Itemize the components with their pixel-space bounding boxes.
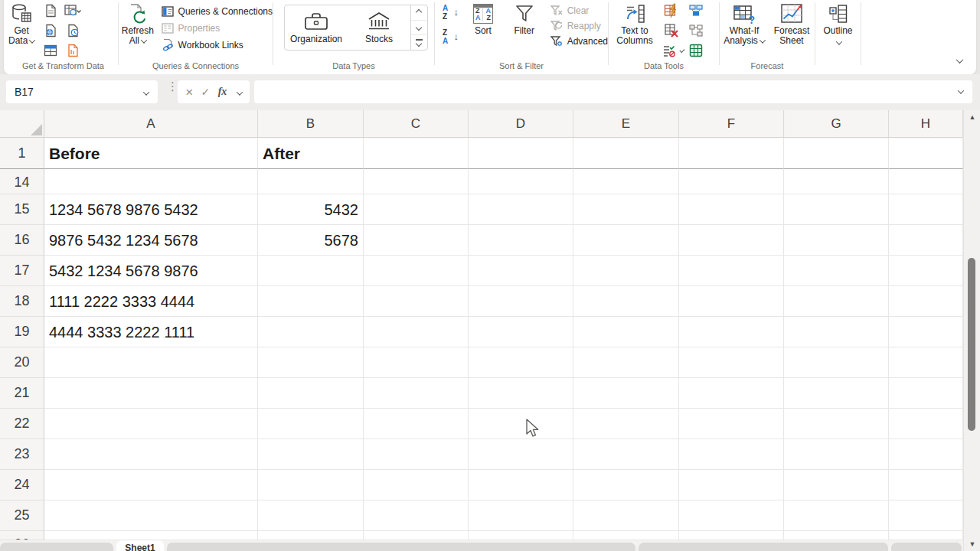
cell-A21[interactable] [44, 378, 258, 409]
cell-B25[interactable] [258, 500, 364, 531]
sort-descending-button[interactable]: ZA↓ [441, 28, 459, 47]
advanced-filter-button[interactable]: Advanced [550, 35, 608, 47]
cell-F15[interactable] [679, 194, 784, 225]
cell-F26[interactable] [679, 531, 784, 540]
filter-button[interactable]: Filter [505, 1, 544, 36]
gallery-scroll-down-button[interactable] [411, 20, 426, 35]
cell-F25[interactable] [679, 500, 784, 531]
cell-G18[interactable] [784, 286, 889, 317]
row-header-16[interactable]: 16 [0, 225, 44, 256]
cell-A23[interactable] [44, 439, 258, 470]
cell-A22[interactable] [44, 409, 258, 439]
cell-G14[interactable] [784, 169, 889, 194]
text-to-columns-button[interactable]: Text to Columns [612, 1, 658, 46]
row-header-25[interactable]: 25 [0, 500, 44, 531]
cell-B22[interactable] [258, 409, 364, 439]
formula-input[interactable] [254, 80, 972, 103]
name-box[interactable]: B17 [6, 80, 158, 103]
forecast-sheet-button[interactable]: Forecast Sheet [771, 1, 812, 46]
cell-G1[interactable] [784, 138, 889, 169]
cell-D21[interactable] [469, 378, 573, 409]
cell-G15[interactable] [784, 194, 889, 225]
cell-H22[interactable] [889, 409, 963, 439]
from-picture-button[interactable] [64, 2, 82, 20]
manage-data-model-button[interactable] [687, 41, 705, 60]
cell-F20[interactable] [679, 347, 784, 378]
cell-C26[interactable] [364, 531, 469, 540]
cell-C15[interactable] [364, 194, 469, 225]
row-header-1[interactable]: 1 [0, 138, 44, 169]
cell-H15[interactable] [889, 194, 963, 225]
col-header-F[interactable]: F [679, 110, 784, 138]
cell-F22[interactable] [679, 409, 784, 439]
tab-bar-pill[interactable] [167, 543, 635, 551]
tab-bar-pill[interactable] [891, 543, 962, 551]
flash-fill-button[interactable] [662, 2, 681, 20]
cell-H1[interactable] [889, 138, 963, 169]
cell-D16[interactable] [469, 225, 573, 256]
gallery-more-button[interactable] [411, 34, 426, 50]
cell-C22[interactable] [364, 409, 469, 439]
cell-E22[interactable] [573, 409, 679, 439]
row-header-22[interactable]: 22 [0, 409, 44, 439]
col-header-C[interactable]: C [364, 110, 469, 138]
cell-F19[interactable] [679, 317, 784, 347]
scroll-up-button[interactable]: ▲ [964, 113, 980, 121]
cell-B17[interactable] [258, 256, 364, 286]
cell-B21[interactable] [258, 378, 364, 409]
cell-B24[interactable] [258, 470, 364, 500]
cell-D19[interactable] [469, 317, 573, 347]
cell-F21[interactable] [679, 378, 784, 409]
cell-G25[interactable] [784, 500, 889, 531]
clear-filter-button[interactable]: Clear [550, 5, 608, 17]
row-header-21[interactable]: 21 [0, 378, 44, 409]
cell-G17[interactable] [784, 256, 889, 286]
cell-B19[interactable] [258, 317, 364, 347]
cell-A1[interactable]: Before [44, 138, 258, 169]
cell-B23[interactable] [258, 439, 364, 470]
cell-D26[interactable] [469, 531, 573, 540]
cell-E16[interactable] [573, 225, 679, 256]
cell-E19[interactable] [573, 317, 679, 347]
cell-D1[interactable] [469, 138, 573, 169]
cell-B18[interactable] [258, 286, 364, 317]
sort-ascending-button[interactable]: AZ↓ [441, 4, 459, 22]
data-type-organization[interactable]: Organization [285, 5, 348, 50]
row-header-18[interactable]: 18 [0, 286, 44, 317]
cell-C25[interactable] [364, 500, 469, 531]
sort-button[interactable]: ZAAZ Sort [464, 1, 502, 36]
row-header-17[interactable]: 17 [0, 256, 44, 286]
properties-button[interactable]: Properties [161, 21, 273, 35]
cell-B26[interactable] [258, 531, 364, 540]
select-all-corner[interactable] [0, 110, 44, 138]
cell-H16[interactable] [889, 225, 963, 256]
row-header-20[interactable]: 20 [0, 347, 44, 378]
cell-H25[interactable] [889, 500, 963, 531]
get-data-button[interactable]: Get Data [8, 1, 34, 46]
queries-connections-button[interactable]: Queries & Connections [161, 5, 273, 18]
row-header-15[interactable]: 15 [0, 194, 44, 225]
cell-E17[interactable] [573, 256, 679, 286]
cell-H19[interactable] [889, 317, 963, 347]
cell-H23[interactable] [889, 439, 963, 470]
cell-G26[interactable] [784, 531, 889, 540]
row-header-14[interactable]: 14 [0, 169, 44, 194]
data-type-stocks[interactable]: Stocks [348, 5, 410, 50]
tab-sheet1[interactable]: Sheet1 [116, 540, 164, 551]
enter-button[interactable]: ✓ [201, 86, 211, 98]
cell-G19[interactable] [784, 317, 889, 347]
remove-duplicates-button[interactable] [662, 21, 681, 40]
relationships-button[interactable] [687, 21, 705, 40]
what-if-analysis-button[interactable]: ? What-If Analysis [722, 1, 766, 46]
cell-E18[interactable] [573, 286, 679, 317]
cell-A17[interactable]: 5432 1234 5678 9876 [44, 256, 258, 286]
cell-F24[interactable] [679, 470, 784, 500]
cell-D25[interactable] [469, 500, 573, 531]
cell-C20[interactable] [364, 347, 469, 378]
col-header-A[interactable]: A [44, 110, 258, 138]
cell-G23[interactable] [784, 439, 889, 470]
cell-B16[interactable]: 5678 [258, 225, 364, 256]
consolidate-button[interactable] [687, 2, 705, 20]
cell-H20[interactable] [889, 347, 963, 378]
col-header-D[interactable]: D [469, 110, 573, 138]
